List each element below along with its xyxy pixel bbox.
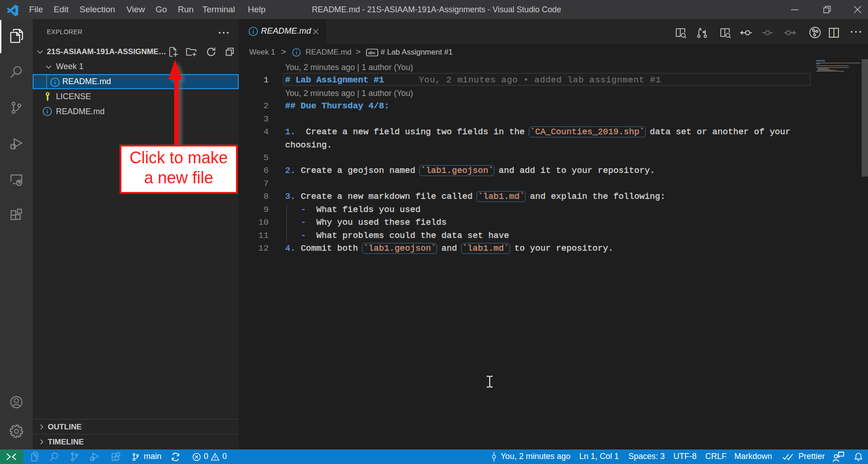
svg-text:abc: abc bbox=[368, 50, 376, 55]
